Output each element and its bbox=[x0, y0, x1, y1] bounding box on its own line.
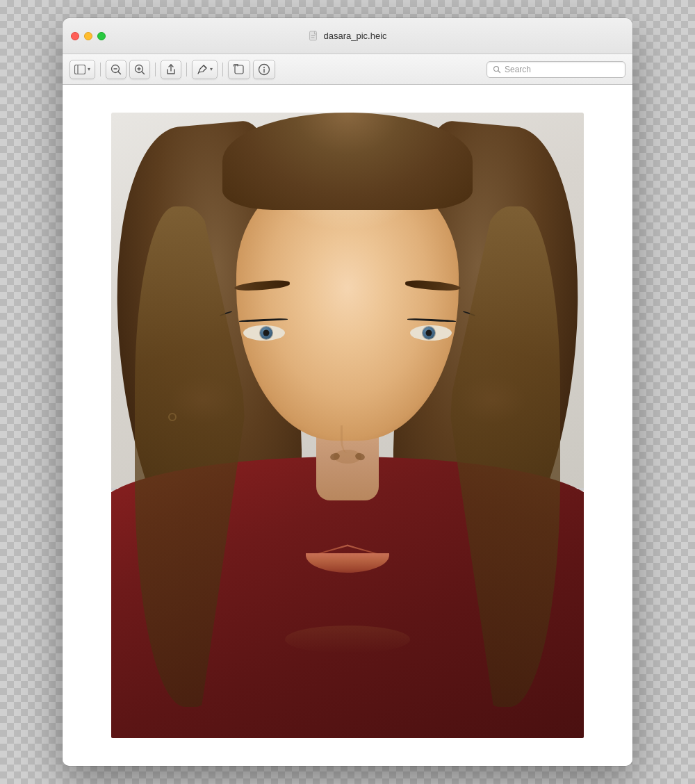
chin-shadow bbox=[285, 626, 410, 653]
info-button[interactable] bbox=[253, 60, 275, 79]
minimize-button[interactable] bbox=[84, 32, 92, 40]
nose bbox=[330, 425, 365, 464]
close-button[interactable] bbox=[71, 32, 79, 40]
search-icon bbox=[493, 65, 501, 74]
iris-left bbox=[260, 327, 272, 339]
lips bbox=[306, 538, 389, 573]
svg-rect-14 bbox=[235, 65, 243, 74]
eye-white-right bbox=[410, 325, 452, 341]
eye-left bbox=[243, 325, 285, 341]
markup-dropdown-icon: ▾ bbox=[210, 66, 213, 72]
toolbar-separator-3 bbox=[186, 63, 187, 76]
upper-lip bbox=[309, 538, 386, 555]
svg-line-13 bbox=[204, 65, 206, 68]
photo-container bbox=[111, 113, 584, 738]
svg-point-16 bbox=[263, 67, 265, 68]
hair-top bbox=[222, 113, 473, 210]
iris-right bbox=[423, 327, 435, 339]
titlebar: dasara_pic.heic bbox=[63, 18, 632, 54]
svg-line-11 bbox=[142, 72, 145, 74]
search-field[interactable]: Search bbox=[486, 61, 626, 78]
markup-button[interactable]: ▾ bbox=[192, 60, 218, 79]
pupil-right bbox=[425, 330, 432, 336]
preview-window: dasara_pic.heic ▾ bbox=[63, 18, 632, 766]
eye-right bbox=[410, 325, 452, 341]
pupil-left bbox=[263, 330, 270, 336]
image-area bbox=[63, 85, 632, 766]
toolbar-separator-4 bbox=[222, 63, 223, 76]
sidebar-toggle-button[interactable]: ▾ bbox=[70, 60, 95, 79]
file-icon bbox=[308, 31, 319, 42]
chevron-down-icon: ▾ bbox=[88, 66, 90, 72]
toolbar-separator-1 bbox=[100, 63, 101, 76]
maximize-button[interactable] bbox=[97, 32, 106, 40]
svg-rect-3 bbox=[75, 65, 85, 74]
zoom-in-button[interactable] bbox=[129, 60, 150, 79]
lower-lip bbox=[306, 553, 389, 573]
svg-line-7 bbox=[118, 72, 121, 74]
toolbar: ▾ bbox=[63, 54, 632, 85]
rotate-button[interactable] bbox=[228, 60, 250, 79]
nose-bridge bbox=[341, 425, 354, 453]
toolbar-separator-2 bbox=[155, 63, 156, 76]
eye-white-left bbox=[243, 325, 285, 341]
search-placeholder: Search bbox=[505, 65, 531, 74]
svg-line-19 bbox=[498, 70, 500, 72]
traffic-lights bbox=[71, 32, 106, 40]
share-button[interactable] bbox=[161, 60, 181, 79]
svg-rect-2 bbox=[311, 37, 314, 38]
svg-rect-1 bbox=[311, 35, 315, 36]
zoom-out-button[interactable] bbox=[106, 60, 126, 79]
photo-face bbox=[111, 113, 584, 738]
window-title-area: dasara_pic.heic bbox=[308, 31, 386, 42]
window-title: dasara_pic.heic bbox=[323, 31, 386, 41]
svg-line-12 bbox=[198, 72, 199, 74]
